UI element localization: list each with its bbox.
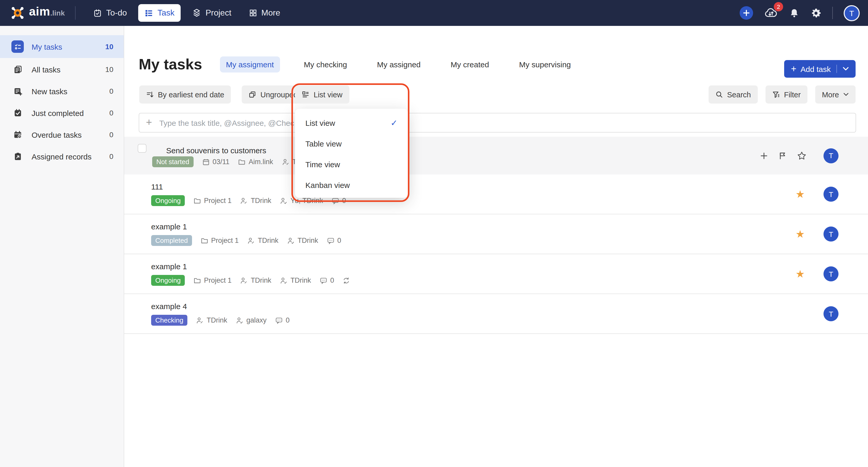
project-ref[interactable]: Project 1 <box>201 237 239 244</box>
sync-button[interactable]: 2 <box>764 7 778 19</box>
task-avatar[interactable]: T <box>824 226 838 242</box>
tab-my-assigned[interactable]: My assigned <box>371 56 427 72</box>
nav-item-task[interactable]: Task <box>138 4 181 22</box>
person-edit-icon <box>282 158 289 165</box>
star-filled-icon[interactable]: ★ <box>796 189 805 199</box>
nav-item-more[interactable]: More <box>243 4 286 22</box>
assignee[interactable]: TDrink <box>287 237 318 244</box>
nav-item-project[interactable]: Project <box>186 4 238 22</box>
menu-item-list-view[interactable]: List view ✓ <box>295 112 408 133</box>
task-row[interactable]: Send souvenirs to customers Not started … <box>124 137 868 175</box>
filter-label: Filter <box>784 90 801 99</box>
star-outline-icon <box>797 151 806 160</box>
tab-my-assigment[interactable]: My assigment <box>220 56 280 72</box>
task-avatar[interactable]: T <box>824 267 838 281</box>
quick-add-input[interactable] <box>158 118 856 128</box>
more-label: More <box>822 90 839 99</box>
tab-my-supervising[interactable]: My supervising <box>513 56 577 72</box>
assignee[interactable]: galaxy <box>236 316 267 324</box>
sidebar-item-all-tasks[interactable]: All tasks 10 <box>0 59 124 80</box>
topbar: aim .link To-do Task <box>0 0 868 26</box>
new-tasks-icon <box>13 87 22 96</box>
project-ref[interactable]: Project 1 <box>193 277 231 284</box>
sidebar-item-assigned-records[interactable]: Assigned records 0 <box>0 146 124 167</box>
task-row[interactable]: example 1 Completed Project 1 TDrink TDr… <box>124 214 868 254</box>
task-avatar[interactable]: T <box>824 148 838 163</box>
filter-button[interactable]: Filter <box>765 86 807 103</box>
task-title[interactable]: Send souvenirs to customers <box>166 146 266 155</box>
plus-icon <box>743 9 750 17</box>
comment-icon <box>332 197 339 204</box>
assigner[interactable]: TDrink <box>196 316 227 324</box>
person-check-icon <box>280 277 287 284</box>
row-actions: ★ T <box>754 214 868 254</box>
search-icon <box>715 91 723 98</box>
task-title[interactable]: example 1 <box>151 262 187 271</box>
row-add-button[interactable] <box>760 151 768 160</box>
folder-icon <box>201 237 208 244</box>
app-screen: aim .link To-do Task <box>0 0 868 467</box>
task-icon <box>145 8 153 17</box>
row-flag-button[interactable] <box>778 151 787 160</box>
menu-item-table-view[interactable]: Table view <box>295 133 408 154</box>
task-row[interactable]: example 1 Ongoing Project 1 TDrink TDrin… <box>124 254 868 294</box>
task-title[interactable]: example 1 <box>151 222 187 231</box>
sidebar-item-my-tasks[interactable]: My tasks 10 <box>0 35 124 58</box>
person-check-icon <box>236 317 243 324</box>
assignee[interactable]: Yu, TDrink <box>280 197 323 205</box>
row-actions: ★ T <box>754 254 868 293</box>
menu-item-kanban-view[interactable]: Kanban view <box>295 175 408 195</box>
app-logo[interactable]: aim .link <box>9 5 65 21</box>
project-ref[interactable]: Aim.link <box>238 158 273 166</box>
settings-button[interactable] <box>810 7 822 19</box>
tab-my-created[interactable]: My created <box>444 56 495 72</box>
assignee[interactable]: TDrink <box>280 277 311 284</box>
sidebar-item-overdue-tasks[interactable]: Overdue tasks 0 <box>0 124 124 145</box>
assigner[interactable]: TDrink <box>247 237 278 244</box>
overdue-icon <box>13 130 22 139</box>
page-header: My tasks My assigment My checking My ass… <box>139 56 577 73</box>
sidebar-count: 0 <box>109 152 113 160</box>
list-view-icon <box>302 91 310 98</box>
task-row[interactable]: 111 Ongoing Project 1 TDrink Yu, TDrink <box>124 175 868 214</box>
tab-my-checking[interactable]: My checking <box>298 56 353 72</box>
task-checkbox[interactable] <box>138 144 147 153</box>
task-title[interactable]: example 4 <box>151 302 187 311</box>
ungroup-icon <box>248 91 256 98</box>
star-filled-icon[interactable]: ★ <box>796 229 805 239</box>
view-button[interactable]: List view <box>295 86 349 103</box>
search-button[interactable]: Search <box>709 86 758 103</box>
task-row[interactable]: example 4 Checking TDrink galaxy 0 <box>124 294 868 334</box>
menu-item-label: List view <box>305 118 335 127</box>
task-avatar[interactable]: T <box>824 306 838 321</box>
project-ref[interactable]: Project 1 <box>193 197 231 205</box>
add-task-button[interactable]: + Add task <box>784 60 856 77</box>
logo-text: aim <box>29 5 50 19</box>
sidebar-item-new-tasks[interactable]: New tasks 0 <box>0 81 124 101</box>
comments[interactable]: 0 <box>327 237 341 244</box>
status-badge: Ongoing <box>151 195 185 206</box>
comments[interactable]: 0 <box>332 197 346 205</box>
star-filled-icon[interactable]: ★ <box>796 269 805 279</box>
more-button[interactable]: More <box>815 86 856 103</box>
assigner[interactable]: TDrink <box>241 197 272 205</box>
status-badge: Completed <box>151 235 192 246</box>
sidebar-label: Just completed <box>32 108 109 117</box>
notifications-button[interactable] <box>789 7 800 19</box>
comments[interactable]: 0 <box>275 316 289 324</box>
sort-button[interactable]: By earliest end date <box>139 86 231 103</box>
sidebar-count: 0 <box>109 87 113 95</box>
sidebar-item-just-completed[interactable]: Just completed 0 <box>0 102 124 123</box>
nav-item-todo[interactable]: To-do <box>87 4 133 22</box>
assigner[interactable]: TDrink <box>241 277 272 284</box>
topbar-divider <box>75 6 75 20</box>
menu-item-time-view[interactable]: Time view <box>295 154 408 175</box>
task-avatar[interactable]: T <box>824 187 838 201</box>
sort-icon <box>146 91 154 98</box>
task-title[interactable]: 111 <box>151 182 163 191</box>
create-button[interactable] <box>740 6 753 20</box>
topbar-divider <box>832 7 833 19</box>
user-avatar[interactable]: T <box>844 5 860 21</box>
row-star-button[interactable] <box>797 151 806 160</box>
comments[interactable]: 0 <box>320 277 334 284</box>
